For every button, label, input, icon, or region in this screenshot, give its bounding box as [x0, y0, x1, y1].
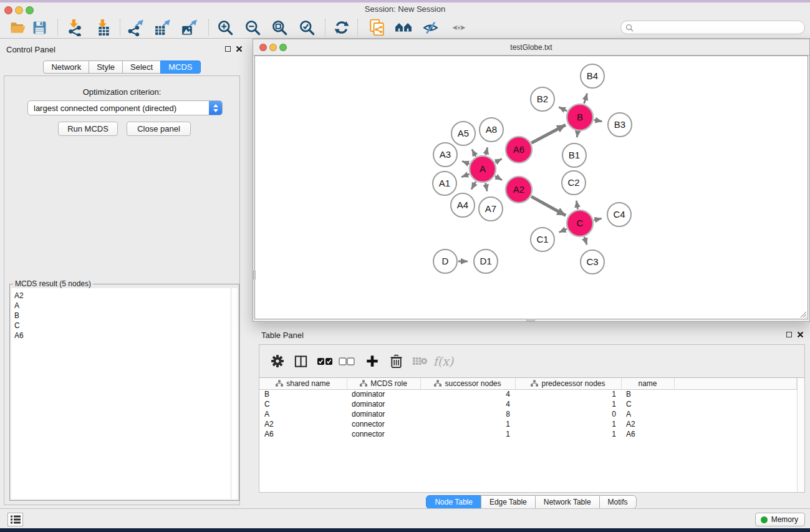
- import-table-button[interactable]: [94, 17, 113, 37]
- graph-node-A5[interactable]: A5: [451, 122, 475, 145]
- optimization-label: Optimization criterion:: [4, 87, 239, 97]
- import-network-button[interactable]: [65, 17, 85, 37]
- export-image-button[interactable]: [180, 17, 200, 37]
- graph-node-A3[interactable]: A3: [433, 143, 457, 167]
- zoom-in-button[interactable]: [215, 17, 235, 37]
- delete-table-button[interactable]: [409, 351, 430, 371]
- float-panel-icon[interactable]: [786, 332, 792, 337]
- tab-motifs[interactable]: Motifs: [599, 495, 637, 509]
- zoom-fit-button[interactable]: [269, 17, 289, 37]
- table-scrollbar[interactable]: [797, 378, 804, 492]
- column-header-predecessor-nodes[interactable]: predecessor nodes: [515, 378, 621, 389]
- graph-node-C[interactable]: C: [567, 210, 593, 236]
- graph-node-B2[interactable]: B2: [531, 87, 554, 111]
- group-nodes-button[interactable]: [393, 17, 413, 37]
- table-cell: A: [621, 409, 674, 419]
- toggle-column-panel-button[interactable]: [290, 351, 311, 371]
- column-header-MCDS-role[interactable]: MCDS role: [347, 378, 420, 389]
- graph-node-D1[interactable]: D1: [474, 249, 498, 273]
- graph-node-A1[interactable]: A1: [433, 172, 456, 195]
- run-mcds-button[interactable]: Run MCDS: [58, 122, 118, 136]
- task-history-button[interactable]: [7, 513, 23, 526]
- graph-node-A6[interactable]: A6: [506, 137, 532, 163]
- select-all-columns-button[interactable]: [314, 351, 335, 371]
- svg-text:A3: A3: [440, 149, 451, 160]
- tab-select[interactable]: Select: [122, 60, 161, 74]
- window-title: Session: New Session: [0, 4, 810, 14]
- tab-network-table[interactable]: Network Table: [535, 495, 600, 509]
- table-cell: 1: [515, 389, 621, 399]
- graph-node-C4[interactable]: C4: [607, 203, 631, 226]
- list-item[interactable]: A2: [14, 291, 238, 301]
- graph-node-D[interactable]: D: [433, 249, 457, 273]
- column-header-name[interactable]: name: [621, 378, 674, 389]
- graph-node-C3[interactable]: C3: [581, 250, 604, 274]
- table-cell: 1: [420, 429, 515, 439]
- zoom-out-button[interactable]: [243, 17, 263, 37]
- graph-node-A2[interactable]: A2: [506, 177, 532, 203]
- hide-selected-button[interactable]: [420, 17, 440, 37]
- graph-node-C1[interactable]: C1: [531, 228, 554, 251]
- graph-node-A7[interactable]: A7: [479, 197, 503, 221]
- table-row[interactable]: Bdominator41B: [259, 389, 797, 399]
- list-item[interactable]: B: [14, 311, 238, 321]
- splitter-handle-bottom[interactable]: [526, 319, 535, 321]
- column-header-successor-nodes[interactable]: successor nodes: [420, 378, 515, 389]
- table-row[interactable]: Cdominator41C: [259, 399, 797, 409]
- close-panel-icon[interactable]: [236, 46, 243, 52]
- tab-style[interactable]: Style: [89, 60, 123, 74]
- graph-node-C2[interactable]: C2: [562, 171, 586, 195]
- desktop-wallpaper-bottom: [0, 528, 810, 532]
- graph-edge-A-A8: [486, 147, 488, 155]
- graph-node-B3[interactable]: B3: [608, 113, 632, 137]
- tab-node-table[interactable]: Node Table: [426, 495, 481, 509]
- search-input[interactable]: [637, 23, 804, 32]
- graph-node-B4[interactable]: B4: [581, 64, 604, 88]
- table-panel-content: f(x) shared nameMCDS rolesuccessor nodes…: [259, 344, 805, 493]
- memory-button[interactable]: Memory: [755, 513, 805, 526]
- graph-node-A8[interactable]: A8: [480, 118, 503, 142]
- tab-mcds[interactable]: MCDS: [160, 60, 200, 74]
- tab-network[interactable]: Network: [43, 60, 89, 74]
- table-cell: 1: [515, 399, 621, 409]
- optimization-select[interactable]: largest connected component (directed): [27, 100, 223, 115]
- export-network-button[interactable]: [126, 17, 146, 37]
- float-panel-icon[interactable]: [225, 46, 231, 52]
- import-network-icon: [66, 19, 84, 36]
- network-canvas[interactable]: B4 B2 B B3 A8 A5 A6 B1 A3 A A1 C2 A2 A4 …: [254, 56, 808, 319]
- search-icon: [625, 24, 634, 32]
- graph-node-A4[interactable]: A4: [451, 193, 475, 217]
- list-item[interactable]: A: [14, 301, 238, 311]
- delete-column-button[interactable]: [385, 351, 407, 371]
- resize-grip-icon[interactable]: [799, 310, 807, 318]
- table-row[interactable]: A6connector11A6: [259, 429, 797, 439]
- list-item[interactable]: C: [14, 321, 238, 331]
- function-builder-button[interactable]: f(x): [433, 351, 454, 371]
- deselect-all-columns-button[interactable]: [336, 351, 357, 371]
- splitter-handle-left[interactable]: [253, 271, 256, 279]
- list-item[interactable]: A6: [14, 331, 238, 341]
- close-panel-button[interactable]: Close panel: [127, 122, 191, 136]
- tab-edge-table[interactable]: Edge Table: [481, 495, 536, 509]
- list-scrollbar[interactable]: [231, 288, 238, 499]
- column-header-shared-name[interactable]: shared name: [259, 378, 347, 389]
- mcds-result-items: A2ABCA6: [11, 288, 238, 341]
- refresh-button[interactable]: [332, 17, 352, 37]
- zoom-selected-button[interactable]: [297, 17, 317, 37]
- close-panel-icon[interactable]: [797, 331, 804, 338]
- open-session-button[interactable]: [7, 17, 27, 37]
- table-cell: A: [259, 409, 347, 419]
- table-row[interactable]: Adominator80A: [259, 409, 797, 419]
- graph-node-B1[interactable]: B1: [562, 143, 586, 167]
- graph-node-B[interactable]: B: [567, 104, 593, 130]
- create-column-button[interactable]: [362, 351, 383, 371]
- table-row[interactable]: A2connector11A2: [259, 419, 797, 429]
- network-from-selection-button[interactable]: [367, 17, 387, 37]
- svg-text:B2: B2: [537, 94, 548, 104]
- show-all-button[interactable]: [449, 17, 469, 37]
- export-table-button[interactable]: [153, 17, 173, 37]
- graph-edge-B-B2: [559, 107, 567, 111]
- graph-node-A[interactable]: A: [470, 156, 496, 182]
- table-settings-button[interactable]: [267, 351, 288, 371]
- save-session-button[interactable]: [29, 17, 49, 37]
